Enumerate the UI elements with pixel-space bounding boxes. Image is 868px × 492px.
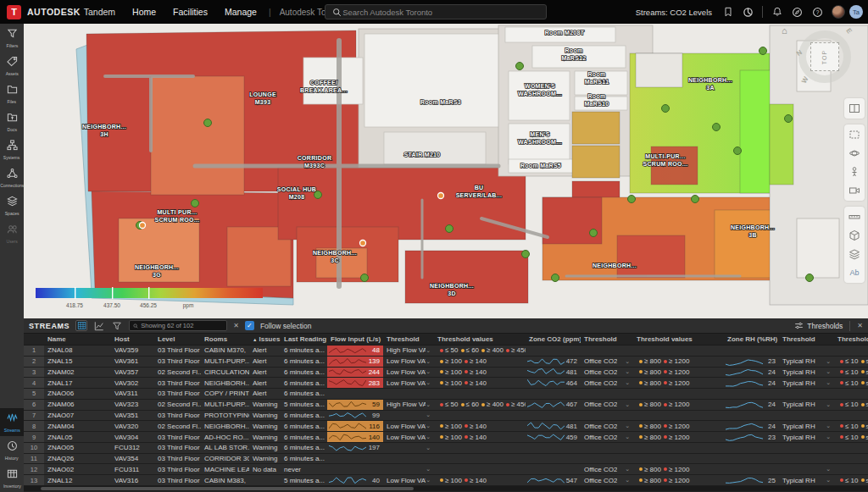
split-view-icon[interactable] xyxy=(847,101,862,116)
flow-threshold-select[interactable]: Low Flow VAV⌄ xyxy=(383,378,434,388)
view-cube-top-face[interactable]: TOP xyxy=(810,42,839,71)
view-cube[interactable]: ⌂ TOP E N W xyxy=(792,27,856,90)
global-search[interactable] xyxy=(325,4,547,19)
table-row[interactable]: 9ZNAL05VAV30403 Third FloorAD-HOC RO...W… xyxy=(24,432,868,443)
rh-threshold-select[interactable]: Typical RH⌄ xyxy=(779,400,834,410)
column-header[interactable]: Name xyxy=(44,334,111,345)
column-header[interactable]: ▲Issues xyxy=(249,334,281,345)
3d-viewport[interactable]: NEIGHBORH...3HLOUNGEM393COFFEE/BREAK ARE… xyxy=(24,24,868,318)
streams-search-input[interactable] xyxy=(141,322,223,329)
sidebar-item-docs[interactable]: Docs xyxy=(0,108,24,135)
co2-threshold-select[interactable]: Office CO2⌄ xyxy=(581,378,633,388)
flow-threshold-select[interactable]: Low Flow VAV⌄ xyxy=(383,432,434,442)
pie-chart-icon[interactable] xyxy=(742,6,754,19)
sidebar-item-connections[interactable]: Connections xyxy=(0,163,24,191)
sidebar-item-spaces[interactable]: Spaces xyxy=(0,191,24,219)
chart-view-icon[interactable] xyxy=(93,320,105,331)
home-view-icon[interactable]: ⌂ xyxy=(782,25,787,36)
table-view-icon[interactable] xyxy=(75,320,87,331)
flow-threshold-select[interactable]: Low Flow VAV⌄ xyxy=(383,475,434,485)
flow-threshold-select[interactable]: High Flow VAV⌄ xyxy=(383,346,434,356)
filter-icon[interactable] xyxy=(111,320,123,331)
menu-manage[interactable]: Manage xyxy=(225,7,257,17)
streams-search[interactable] xyxy=(129,320,227,331)
column-header[interactable]: Threshold xyxy=(779,334,834,345)
scrollbar-thumb[interactable] xyxy=(41,487,414,490)
column-header[interactable]: Zone RH (%RH) xyxy=(724,334,779,345)
sensor-marker-icon[interactable] xyxy=(360,240,366,246)
co2-threshold-select[interactable]: Office CO2⌄ xyxy=(581,432,633,442)
column-header[interactable]: Threshold values xyxy=(434,334,526,345)
rh-threshold-select[interactable]: Typical RH⌄ xyxy=(779,421,834,431)
rh-threshold-select[interactable]: ⌄ xyxy=(779,464,834,474)
measure-icon[interactable] xyxy=(847,209,862,224)
sidebar-item-inventory[interactable]: Inventory xyxy=(0,464,24,492)
column-header[interactable]: Threshold xyxy=(383,334,434,345)
co2-threshold-select[interactable]: Office CO2⌄ xyxy=(581,464,633,474)
search-input[interactable] xyxy=(342,8,541,17)
table-row[interactable]: 10ZNAO05FCU31203 Third FloorAL LAB STOR.… xyxy=(24,443,868,454)
menu-facilities[interactable]: Facilities xyxy=(173,7,208,17)
sensor-marker-icon[interactable] xyxy=(438,193,444,199)
horizontal-scrollbar[interactable] xyxy=(24,486,868,491)
co2-threshold-select[interactable]: Office CO2⌄ xyxy=(581,368,633,378)
table-row[interactable]: 4ZNAL17VAV30203 Third FloorNEIGHBORH...A… xyxy=(24,378,868,389)
column-header[interactable]: Last Reading xyxy=(281,334,327,345)
orbit-icon[interactable] xyxy=(847,146,862,161)
column-header[interactable]: Zone CO2 (ppm) xyxy=(526,334,581,345)
rh-threshold-select[interactable]: Typical RH⌄ xyxy=(779,357,834,367)
table-row[interactable]: 7ZNAO07VAV35103 Third FloorPROTOTYPING..… xyxy=(24,411,868,422)
column-header[interactable]: Threshold val... xyxy=(834,334,868,345)
column-header[interactable] xyxy=(24,334,44,345)
rh-threshold-select[interactable]: Typical RH⌄ xyxy=(779,475,834,485)
table-row[interactable]: 13ZNAL12VAV31603 Third FloorCABIN M383,5… xyxy=(24,475,868,486)
sidebar-item-filters[interactable]: Filters xyxy=(0,24,24,52)
co2-threshold-select[interactable]: Office CO2⌄ xyxy=(581,475,633,485)
help-icon[interactable]: ? xyxy=(811,6,824,19)
column-header[interactable]: Rooms xyxy=(201,334,249,345)
flow-threshold-select[interactable]: ⌄ xyxy=(383,464,434,474)
sidebar-item-history[interactable]: History xyxy=(0,436,24,464)
menu-home[interactable]: Home xyxy=(132,7,156,17)
sidebar-item-systems[interactable]: Systems xyxy=(0,135,24,163)
flow-threshold-select[interactable]: ⌄ xyxy=(383,411,434,421)
close-panel-icon[interactable]: ✕ xyxy=(857,322,863,329)
3d-viewport-canvas[interactable]: NEIGHBORH...3HLOUNGEM393COFFEE/BREAK ARE… xyxy=(24,24,868,318)
sidebar-item-streams[interactable]: Streams xyxy=(0,408,24,436)
clear-search-icon[interactable]: ✕ xyxy=(233,322,239,329)
compass-icon[interactable] xyxy=(791,6,804,19)
layers-icon[interactable] xyxy=(847,246,862,262)
column-header[interactable]: Threshold xyxy=(581,334,633,345)
collaborator-badge[interactable]: Ta xyxy=(849,5,863,19)
table-row[interactable]: 8ZNAM04VAV32002 Second Fl...NEIGHBORH...… xyxy=(24,421,868,432)
rh-threshold-select[interactable]: Typical RH⌄ xyxy=(779,432,834,442)
marquee-select-icon[interactable] xyxy=(847,127,862,142)
bookmark-icon[interactable] xyxy=(721,6,734,19)
co2-threshold-select[interactable]: Office CO2⌄ xyxy=(581,421,633,431)
first-person-icon[interactable] xyxy=(847,164,862,180)
column-header[interactable]: Flow Input (L/s) xyxy=(327,334,383,345)
table-row[interactable]: 11ZNAQ26VAV35403 Third FloorCORRIDOR 30.… xyxy=(24,454,868,465)
column-header[interactable]: Level xyxy=(154,334,201,345)
sidebar-item-files[interactable]: Files xyxy=(0,80,24,108)
table-row[interactable]: 6ZNAM06VAV32302 Second Fl...MULTI-PURP..… xyxy=(24,400,868,411)
flow-threshold-select[interactable]: Low Flow VAV⌄ xyxy=(383,357,434,367)
camera-icon[interactable] xyxy=(847,183,862,198)
flow-threshold-select[interactable]: Low Flow VAV⌄ xyxy=(383,368,434,378)
thresholds-button[interactable]: Thresholds xyxy=(794,321,843,330)
section-box-icon[interactable] xyxy=(847,228,862,243)
flow-threshold-select[interactable]: High Flow VAV⌄ xyxy=(383,400,434,410)
sensor-marker-icon[interactable] xyxy=(140,223,146,229)
column-header[interactable]: Host xyxy=(111,334,154,345)
rh-threshold-select[interactable]: Typical RH⌄ xyxy=(779,378,834,388)
follow-selection-checkbox[interactable]: ✓ xyxy=(245,321,254,330)
active-view-label[interactable]: Streams: CO2 Levels xyxy=(636,8,712,17)
table-row[interactable]: 5ZNAO06VAV31103 Third FloorCOPY / PRINTA… xyxy=(24,389,868,400)
column-header[interactable]: Threshold values xyxy=(633,334,724,345)
co2-threshold-select[interactable]: Office CO2⌄ xyxy=(581,357,633,367)
table-row[interactable]: 3ZNAM02VAV35702 Second Fl...CIRCULATION.… xyxy=(24,368,868,379)
flow-threshold-select[interactable]: Low Flow VAV⌄ xyxy=(383,421,434,431)
flow-threshold-select[interactable]: ⌄ xyxy=(383,443,434,453)
co2-threshold-select[interactable]: Office CO2⌄ xyxy=(581,400,633,410)
notifications-bell-icon[interactable] xyxy=(771,6,783,19)
